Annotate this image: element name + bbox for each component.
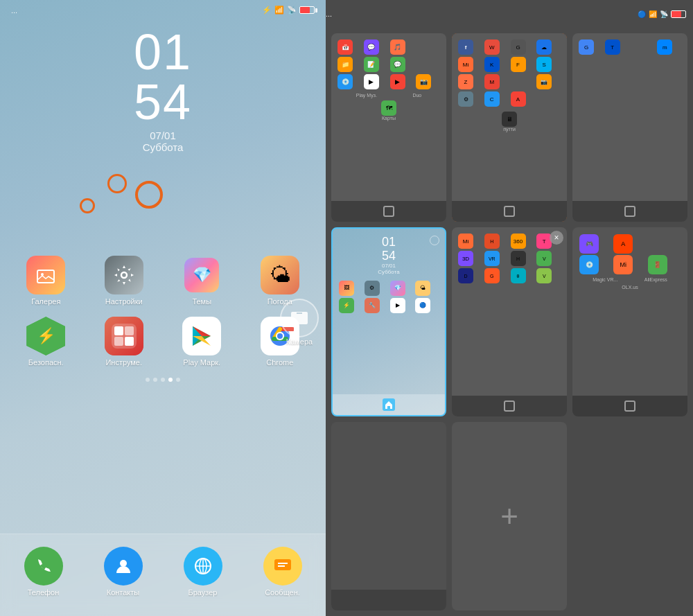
recent-card-homescreen[interactable]: 01 54 07/01 Суббота 🖼 ⚙ 💎 🌤 ⚡ 🔧 ▶ 🔵 xyxy=(331,227,446,416)
recent-card-2[interactable]: f W G ☁ Mi K F S Z M 📷 ⚙ C A xyxy=(452,33,567,222)
nav-home-2 xyxy=(504,206,515,217)
bluetooth-icon: ⚡ xyxy=(262,6,272,15)
nav-home-active xyxy=(383,398,395,411)
svg-point-7 xyxy=(120,560,127,567)
card6-doors: 🚪 xyxy=(648,255,667,274)
battery-right xyxy=(671,10,686,18)
security-label: Безопасн. xyxy=(28,358,64,367)
mini-calendar: 📅 xyxy=(337,39,353,55)
mini-quickshot: 📷 xyxy=(536,74,552,89)
app-settings[interactable]: Настройки xyxy=(85,250,164,311)
contacts-label: Контакты xyxy=(107,588,140,597)
messages-label: Сообщен. xyxy=(265,588,300,597)
app-playstore[interactable]: Play Марк. xyxy=(163,311,241,372)
mini-clock-h: 01 xyxy=(378,236,399,249)
mini-koro: K xyxy=(484,57,500,72)
svg-point-2 xyxy=(121,272,127,278)
mini-oblako: ☁ xyxy=(536,39,552,55)
card6-mihome: Mi xyxy=(613,255,633,274)
card5-html: H xyxy=(484,234,500,249)
mini-nastr: ⚙ xyxy=(458,91,473,107)
nav-home-1 xyxy=(383,206,394,217)
dock-browser[interactable]: Браузер xyxy=(163,541,243,602)
svg-rect-12 xyxy=(274,559,291,570)
card4-settings: ⚙ xyxy=(365,281,380,296)
chrome-label: Chrome xyxy=(266,358,293,367)
card5-homido: H xyxy=(511,251,526,266)
mini-empty xyxy=(416,39,431,55)
home-screen: ... ⚡ 📶 📡 0154 07/01Суббота xyxy=(0,0,326,616)
card6-apps: 🎮 A 💿 Mi 🚪 xyxy=(577,231,683,277)
camera-mini xyxy=(430,236,439,245)
card6-empty xyxy=(648,234,667,254)
mini-forum: 💬 xyxy=(364,39,379,55)
card5-dkumvr: D xyxy=(458,268,473,283)
dock-messages[interactable]: Сообщен. xyxy=(243,541,322,602)
label-aliexpress: AliExpress xyxy=(644,277,667,282)
nav-home-3 xyxy=(624,206,635,217)
recent-card-7[interactable] xyxy=(331,422,446,610)
camera-app[interactable]: Камера xyxy=(280,299,319,346)
weather-icon: 🌤 xyxy=(261,256,299,294)
card4-sec: ⚡ xyxy=(339,298,354,313)
recent-card-add[interactable]: + xyxy=(452,422,567,610)
card4-apps: 🖼 ⚙ 💎 🌤 ⚡ 🔧 ▶ 🔵 xyxy=(337,279,441,315)
mini-fb: f xyxy=(458,39,473,55)
mini-disk: 💿 xyxy=(337,74,353,89)
card1-content: 📅 💬 🎵 📁 📝 💬 💿 ▶ ▶ 📸 Play Муз. xyxy=(331,33,446,201)
recent-card-5[interactable]: × Mi H 360 T 3D VR H V D G θ V xyxy=(452,227,567,416)
wifi-icon-right: 📶 xyxy=(649,10,657,18)
recent-card-6[interactable]: 🎮 A 💿 Mi 🚪 Magic VR... AliExpress OLX.us xyxy=(572,227,687,416)
browser-label: Браузер xyxy=(188,588,218,597)
mini-youtube: ▶ xyxy=(390,74,405,89)
card5-3dvr: 3D xyxy=(458,251,473,266)
app-gallery[interactable]: Галерея xyxy=(7,250,85,311)
circle-1 xyxy=(107,174,127,193)
nav-home-6 xyxy=(624,401,635,412)
circle-2 xyxy=(80,198,95,213)
card2-apps: f W G ☁ Mi K F S Z M 📷 ⚙ C A xyxy=(456,37,563,109)
card7-content xyxy=(331,422,446,590)
card5-nav xyxy=(452,396,567,416)
mini-notes: 📝 xyxy=(364,57,379,72)
card5-govr: G xyxy=(484,268,500,283)
mini-clock-m: 54 xyxy=(378,249,399,263)
card5-content: Mi H 360 T 3D VR H V D G θ V xyxy=(452,227,567,395)
mini-fundo: F xyxy=(511,57,526,72)
app-tools[interactable]: Инструме. xyxy=(85,311,164,372)
dock-phone[interactable]: Телефон xyxy=(3,541,83,602)
card4-themes: 💎 xyxy=(390,281,405,296)
themes-label: Темы xyxy=(192,297,211,306)
signal-icon-right: 📡 xyxy=(660,10,668,18)
recent-card-1[interactable]: 📅 💬 🎵 📁 📝 💬 💿 ▶ ▶ 📸 Play Муз. xyxy=(331,33,446,222)
camera-label: Камера xyxy=(286,337,313,346)
recent-card-3[interactable]: G T m xyxy=(572,33,687,222)
card6-disk: 💿 xyxy=(579,255,599,274)
svg-rect-0 xyxy=(37,270,54,283)
battery-icon xyxy=(299,6,315,14)
card1-apps: 📅 💬 🎵 📁 📝 💬 💿 ▶ ▶ 📸 xyxy=(335,37,442,91)
app-themes[interactable]: 💎 Темы xyxy=(163,250,241,311)
security-icon: ⚡ xyxy=(26,317,65,355)
themes-icon: 💎 xyxy=(182,256,221,294)
dock-contacts[interactable]: Контакты xyxy=(83,541,163,602)
app-security[interactable]: ⚡ Безопасн. xyxy=(7,311,85,372)
mini-skype: S xyxy=(536,57,552,72)
card3-apps: G T m xyxy=(577,37,683,57)
card4-chrome: 🔵 xyxy=(415,298,430,313)
card4-content: 01 54 07/01 Суббота 🖼 ⚙ 💎 🌤 ⚡ 🔧 ▶ 🔵 xyxy=(333,229,445,394)
dot-5 xyxy=(176,378,180,382)
card6-magicvr: 🎮 xyxy=(579,234,599,254)
contacts-icon xyxy=(104,547,143,586)
card1-map: 🗺 xyxy=(381,100,396,116)
mini-wpf: W xyxy=(484,39,500,55)
mini-empty4 xyxy=(536,91,552,107)
label-putty: путти xyxy=(503,127,516,132)
clock-display: 0154 07/01Суббота xyxy=(0,27,326,153)
card4-gallery: 🖼 xyxy=(339,281,354,296)
nav-home-5 xyxy=(504,401,515,412)
status-bar-left: ... ⚡ 📶 📡 xyxy=(0,0,326,20)
settings-icon xyxy=(105,256,143,294)
messages-icon xyxy=(263,547,302,586)
mini-cpuz: C xyxy=(484,91,500,107)
